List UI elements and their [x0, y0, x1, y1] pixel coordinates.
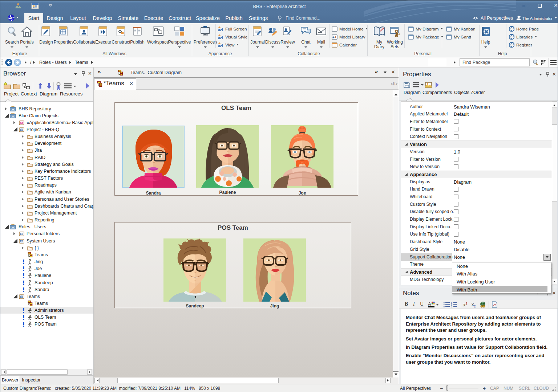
svg-text:3: 3: [451, 306, 452, 307]
